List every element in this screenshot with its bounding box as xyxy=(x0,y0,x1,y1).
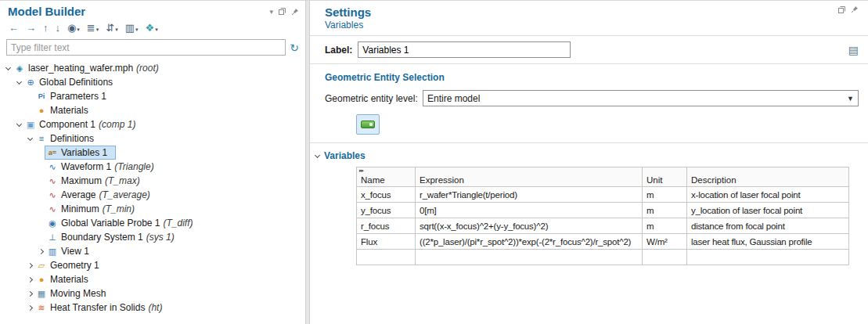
expand-icon[interactable] xyxy=(25,292,34,296)
float-window-icon[interactable] xyxy=(279,8,286,15)
collapse-icon[interactable] xyxy=(14,81,23,84)
col-header-expression[interactable]: Expression xyxy=(416,167,643,187)
component-icon: ▣ xyxy=(24,120,37,130)
cell-description[interactable]: distance from focal point xyxy=(687,218,849,234)
model-builder-header-icons: ▾ xyxy=(269,8,299,16)
cell-expression[interactable]: sqrt((x-x_focus)^2+(y-y_focus)^2) xyxy=(416,218,643,234)
tree-item-maximum[interactable]: ∿Maximum(T_max) xyxy=(0,174,305,188)
cell-description[interactable]: y_location of laser focal point xyxy=(687,203,849,218)
expand-icon[interactable] xyxy=(25,278,34,282)
tree-item-label: Materials xyxy=(48,274,88,285)
tree-item-parameters-1[interactable]: PiParameters 1 xyxy=(0,89,305,103)
go-back-icon: ← xyxy=(9,22,19,34)
globe-icon: ⊕ xyxy=(24,77,37,88)
collapse-icon[interactable] xyxy=(14,124,23,126)
panel-menu-icon[interactable]: ▾ xyxy=(269,8,273,16)
tree-item-laser-heating-wafer-mph[interactable]: ◈laser_heating_wafer.mph(root) xyxy=(0,61,305,75)
go-forward-button[interactable]: → xyxy=(23,21,38,34)
tree-item-view-1[interactable]: ▥View 1 xyxy=(0,244,305,258)
sort-button[interactable]: ⇵▾ xyxy=(103,21,120,34)
move-down-button[interactable]: ↓ xyxy=(53,21,63,34)
col-header-name[interactable]: ▸▸Name xyxy=(357,167,416,187)
cell-expression[interactable]: 0[m] xyxy=(416,203,643,218)
tree-item-geometry-1[interactable]: ▱Geometry 1 xyxy=(0,258,305,272)
row-indicator-icon: ▸▸ xyxy=(359,167,363,174)
cell-name[interactable]: Flux xyxy=(357,234,416,250)
tree-item-global-definitions[interactable]: ⊕Global Definitions xyxy=(0,75,305,89)
pin-icon[interactable] xyxy=(291,8,299,16)
columns-button[interactable]: ▥▾ xyxy=(123,21,141,34)
tree-item-average[interactable]: ∿Average(T_average) xyxy=(0,188,305,202)
dropdown-value: Entire model xyxy=(427,93,847,104)
move-up-button[interactable]: ↑ xyxy=(41,21,51,34)
expand-icon[interactable] xyxy=(25,264,34,268)
cell-unit[interactable]: m xyxy=(643,187,687,203)
tree-item-waveform-1[interactable]: ∿Waveform 1(Triangle) xyxy=(0,160,305,174)
tree-item-global-variable-probe-1[interactable]: ◉Global Variable Probe 1(T_diff) xyxy=(0,216,305,230)
tree-item-materials[interactable]: ●Materials xyxy=(0,103,305,117)
cell-name[interactable] xyxy=(357,250,416,265)
tree-item-tag: (T_average) xyxy=(95,189,149,200)
show-button[interactable]: ◉▾ xyxy=(65,21,82,34)
col-header-unit[interactable]: Unit xyxy=(643,167,687,187)
float-window-icon[interactable] xyxy=(838,6,845,13)
tree-item-label: Minimum xyxy=(59,203,99,214)
tree-item-tag: (Triangle) xyxy=(111,161,153,172)
go-back-button[interactable]: ← xyxy=(6,21,21,34)
tree-item-tag: (T_max) xyxy=(102,175,140,186)
chevron-down-icon: ▼ xyxy=(847,95,854,103)
expand-icon[interactable] xyxy=(25,306,34,310)
active-selection-button[interactable] xyxy=(356,114,380,135)
cell-name[interactable]: x_focus xyxy=(357,187,416,203)
label-input[interactable] xyxy=(358,41,571,58)
expand-icon[interactable] xyxy=(36,250,45,254)
col-header-label: Description xyxy=(691,175,737,185)
show-more-icon[interactable]: ▤ xyxy=(848,44,859,56)
cell-description[interactable]: x-location of laser focal point xyxy=(687,187,849,203)
cell-name[interactable]: r_focus xyxy=(357,218,416,234)
refresh-icon[interactable]: ↻ xyxy=(290,41,299,54)
tree-item-label: Maximum xyxy=(59,175,102,186)
filter-input[interactable] xyxy=(6,39,286,56)
collapse-icon[interactable] xyxy=(3,67,13,70)
cell-description[interactable]: laser heat flux, Gaussian profile xyxy=(687,234,849,250)
tree-item-definitions[interactable]: ≡Definitions xyxy=(0,131,305,146)
cell-unit[interactable]: m xyxy=(643,203,687,218)
cell-unit[interactable]: W/m² xyxy=(643,234,687,250)
model-tree-node-text-button[interactable]: ≣▾ xyxy=(85,21,101,34)
settings-header: Settings xyxy=(310,1,868,19)
col-header-description[interactable]: Description xyxy=(687,167,849,187)
tree-item-boundary-system-1[interactable]: ⊥Boundary System 1(sys 1) xyxy=(0,230,305,244)
tree-item-heat-transfer-in-solids[interactable]: ≋Heat Transfer in Solids(ht) xyxy=(0,301,305,315)
pin-icon[interactable] xyxy=(851,5,859,13)
cell-name[interactable]: y_focus xyxy=(357,203,416,218)
col-header-label: Expression xyxy=(420,175,464,185)
heat-transfer-icon: ≋ xyxy=(35,303,48,313)
model-tree: ◈laser_heating_wafer.mph(root)⊕Global De… xyxy=(0,59,305,324)
tree-item-minimum[interactable]: ∿Minimum(T_min) xyxy=(0,202,305,216)
tree-item-variables-1[interactable]: a=Variables 1 xyxy=(0,146,305,160)
settings-panel: Settings Variables Label: ▤ Geometric En… xyxy=(310,1,868,324)
geometric-entity-level-dropdown[interactable]: Entire model ▼ xyxy=(423,90,859,106)
move-down-icon: ↓ xyxy=(56,22,61,34)
tree-item-label: Definitions xyxy=(48,133,94,144)
cell-expression[interactable] xyxy=(416,250,643,265)
collapse-icon[interactable] xyxy=(25,138,34,140)
chevron-down-icon: ▾ xyxy=(135,27,139,33)
chevron-down-icon: ▾ xyxy=(96,27,99,33)
tree-item-label: Parameters 1 xyxy=(48,91,106,102)
appearance-button[interactable]: ❖▾ xyxy=(143,21,160,34)
cell-unit[interactable] xyxy=(643,250,687,265)
tree-item-moving-mesh[interactable]: ▦Moving Mesh xyxy=(0,286,305,301)
cell-description[interactable] xyxy=(687,250,849,265)
cell-expression[interactable]: ((2*p_laser)/(pi*r_spot^2))*exp(-(2*r_fo… xyxy=(416,234,643,250)
model-builder-toolbar: ←→↑↓◉▾≣▾⇵▾▥▾❖▾ xyxy=(0,20,305,38)
cell-unit[interactable]: m xyxy=(643,218,687,234)
table-row: x_focusr_wafer*Triangle(t/period)mx-loca… xyxy=(357,187,849,203)
cell-expression[interactable]: r_wafer*Triangle(t/period) xyxy=(416,187,643,203)
tree-item-component-1[interactable]: ▣Component 1(comp 1) xyxy=(0,117,305,131)
tree-item-materials[interactable]: ●Materials xyxy=(0,272,305,286)
variables-section-header[interactable]: Variables xyxy=(310,143,868,167)
table-row: r_focussqrt((x-x_focus)^2+(y-y_focus)^2)… xyxy=(357,218,849,234)
geometric-entity-selection-heading: Geometric Entity Selection xyxy=(310,64,868,90)
